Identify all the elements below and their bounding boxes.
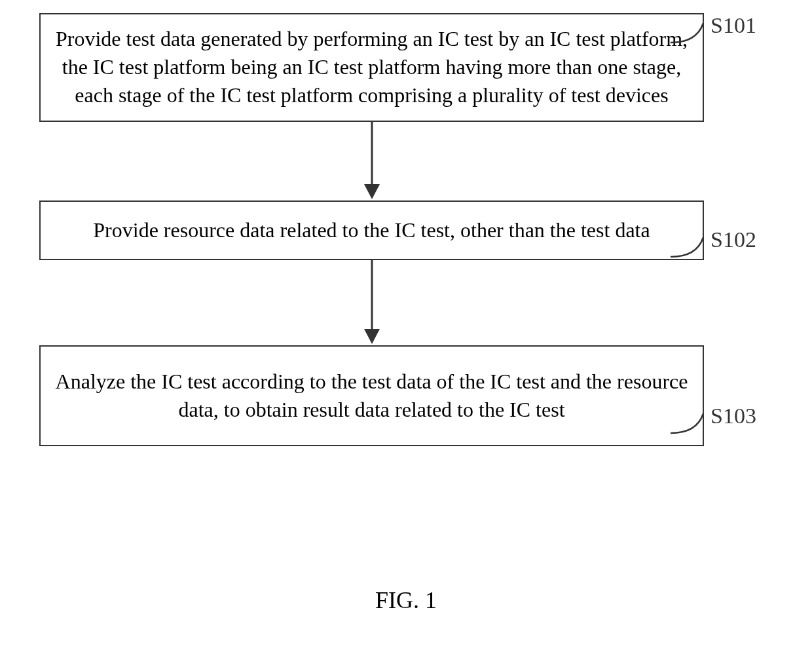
step-text-2: Provide resource data related to the IC … (93, 218, 650, 242)
step-label-3: S103 (710, 404, 756, 429)
arrow-1 (39, 122, 704, 200)
flowchart-container: Provide test data generated by performin… (39, 13, 773, 446)
svg-marker-1 (364, 184, 380, 199)
step-label-1: S101 (710, 13, 756, 38)
svg-marker-3 (364, 329, 380, 344)
figure-caption: FIG. 1 (0, 586, 812, 614)
step-box-2: Provide resource data related to the IC … (39, 200, 704, 260)
step-box-3: Analyze the IC test according to the tes… (39, 345, 704, 446)
step-label-2: S102 (710, 227, 756, 252)
arrow-down-icon (359, 122, 385, 200)
step-box-1: Provide test data generated by performin… (39, 13, 704, 122)
step-text-1: Provide test data generated by performin… (56, 27, 688, 107)
arrow-down-icon (359, 260, 385, 345)
step-text-3: Analyze the IC test according to the tes… (56, 370, 688, 421)
arrow-2 (39, 260, 704, 345)
